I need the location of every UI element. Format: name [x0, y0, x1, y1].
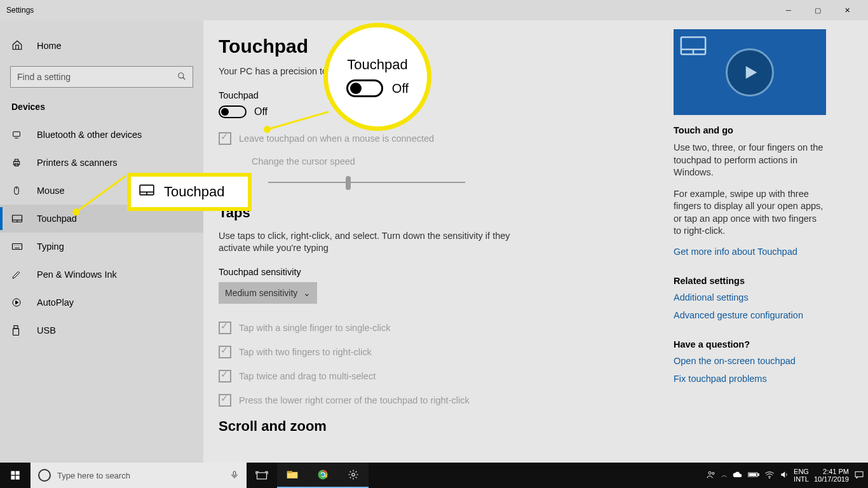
onedrive-icon[interactable]	[733, 471, 743, 480]
taskbar-search[interactable]: Type here to search	[31, 463, 247, 488]
leave-touchpad-label: Leave touchpad on when a mouse is connec…	[239, 133, 434, 144]
svg-rect-29	[749, 474, 756, 476]
find-setting-input[interactable]: Find a setting	[10, 66, 193, 88]
sensitivity-label: Touchpad sensitivity	[219, 267, 648, 277]
tap-opt-label: Tap twice and drag to multi-select	[239, 371, 376, 381]
battery-icon[interactable]	[748, 471, 759, 479]
minimize-button[interactable]: ─	[774, 0, 803, 20]
touchpad-toggle-state: Off	[254, 106, 268, 118]
tap-opt-label: Press the lower right corner of the touc…	[239, 395, 470, 405]
cortana-icon	[38, 469, 51, 482]
sensitivity-value: Medium sensitivity	[225, 288, 297, 298]
window-title-bar: Settings ─ ▢ ✕	[0, 0, 868, 20]
action-center-icon[interactable]	[854, 470, 864, 480]
category-header: Devices	[0, 102, 203, 112]
chevron-up-icon[interactable]: ︿	[721, 471, 728, 480]
tap-opt-label: Tap with a single finger to single-click	[239, 323, 391, 333]
taps-heading: Taps	[219, 205, 648, 221]
touch-para2: For example, swipe up with three fingers…	[674, 188, 826, 238]
sidebar-item-usb[interactable]: USB	[0, 316, 203, 344]
checkbox-icon	[219, 394, 231, 407]
checkbox-icon	[219, 346, 231, 358]
svg-rect-15	[11, 476, 15, 480]
svg-rect-3	[15, 159, 18, 161]
play-icon	[726, 48, 774, 97]
people-icon[interactable]	[706, 470, 716, 481]
search-icon	[177, 72, 186, 83]
lang-line2: INTL	[794, 475, 809, 483]
svg-rect-16	[16, 476, 20, 480]
touchpad-tile-icon	[679, 34, 708, 60]
touch-and-go-heading: Touch and go	[674, 125, 826, 135]
fix-touchpad-link[interactable]: Fix touchpad problems	[674, 374, 826, 384]
sidebar-item-label: Touchpad	[37, 214, 77, 224]
start-button[interactable]	[0, 463, 31, 488]
right-panel: Touch and go Use two, three, or four fin…	[674, 20, 839, 463]
svg-point-25	[709, 471, 711, 474]
sidebar-item-bluetooth[interactable]: Bluetooth & other devices	[0, 121, 203, 149]
leave-touchpad-checkbox-row[interactable]: Leave touchpad on when a mouse is connec…	[219, 132, 648, 145]
home-button[interactable]: Home	[0, 33, 203, 58]
sidebar-item-touchpad[interactable]: Touchpad	[0, 205, 203, 233]
sidebar-item-label: Mouse	[37, 186, 65, 196]
wifi-icon[interactable]	[764, 471, 775, 480]
close-button[interactable]: ✕	[832, 0, 862, 20]
home-label: Home	[37, 41, 62, 51]
svg-rect-20	[287, 471, 292, 473]
sidebar: Home Find a setting Devices Bluetooth & …	[0, 20, 203, 463]
svg-point-24	[352, 473, 355, 477]
svg-rect-13	[11, 471, 15, 475]
more-info-link[interactable]: Get more info about Touchpad	[674, 247, 826, 257]
cursor-speed-slider[interactable]	[268, 174, 465, 189]
svg-rect-17	[233, 471, 236, 475]
printer-icon	[11, 158, 24, 168]
additional-settings-link[interactable]: Additional settings	[674, 292, 826, 302]
sidebar-item-label: AutoPlay	[37, 297, 74, 308]
svg-rect-18	[257, 473, 267, 479]
chrome-button[interactable]	[308, 463, 338, 488]
touchpad-icon	[11, 214, 24, 223]
tap-single-click-checkbox[interactable]: Tap with a single finger to single-click	[219, 322, 648, 334]
video-tile[interactable]	[674, 29, 826, 115]
touchpad-toggle-label: Touchpad	[219, 90, 648, 100]
system-tray[interactable]: ︿ ENG INTL 2:41 PM 10/17/2019	[706, 463, 868, 488]
touchpad-toggle[interactable]	[219, 105, 247, 118]
bluetooth-icon	[11, 130, 24, 140]
tap-opt-label: Tap with two fingers to right-click	[239, 347, 372, 357]
clock[interactable]: 2:41 PM 10/17/2019	[814, 468, 849, 483]
settings-taskbar-button[interactable]	[338, 463, 369, 488]
checkbox-icon	[219, 322, 231, 334]
svg-rect-1	[13, 132, 20, 136]
tap-right-click-checkbox[interactable]: Tap with two fingers to right-click	[219, 346, 648, 358]
tap-multi-select-checkbox[interactable]: Tap twice and drag to multi-select	[219, 370, 648, 383]
scroll-zoom-heading: Scroll and zoom	[219, 418, 648, 435]
task-view-button[interactable]	[247, 463, 277, 488]
language-indicator[interactable]: ENG INTL	[794, 468, 809, 483]
onscreen-touchpad-link[interactable]: Open the on-screen touchpad	[674, 356, 826, 366]
svg-rect-31	[855, 471, 863, 477]
sensitivity-dropdown[interactable]: Medium sensitivity ⌄	[219, 282, 317, 304]
checkbox-icon	[219, 370, 231, 383]
svg-rect-28	[758, 474, 759, 476]
gesture-config-link[interactable]: Advanced gesture configuration	[674, 310, 826, 320]
home-icon	[11, 39, 24, 53]
checkbox-icon	[219, 132, 231, 145]
sidebar-item-typing[interactable]: Typing	[0, 233, 203, 261]
maximize-button[interactable]: ▢	[803, 0, 832, 20]
svg-point-0	[179, 72, 184, 78]
svg-point-30	[769, 478, 770, 478]
sidebar-item-pen[interactable]: Pen & Windows Ink	[0, 261, 203, 288]
tap-corner-checkbox[interactable]: Press the lower right corner of the touc…	[219, 394, 648, 407]
sidebar-item-autoplay[interactable]: AutoPlay	[0, 288, 203, 316]
volume-icon[interactable]	[780, 470, 789, 480]
sidebar-item-printers[interactable]: Printers & scanners	[0, 149, 203, 177]
svg-rect-14	[16, 471, 20, 475]
taps-description: Use taps to click, right-click, and sele…	[219, 230, 511, 254]
related-settings-heading: Related settings	[674, 276, 826, 286]
sidebar-item-mouse[interactable]: Mouse	[0, 177, 203, 205]
svg-rect-9	[14, 326, 18, 329]
mouse-icon	[11, 186, 24, 196]
file-explorer-button[interactable]	[277, 463, 308, 488]
sidebar-item-label: Pen & Windows Ink	[37, 269, 117, 280]
date-text: 10/17/2019	[814, 475, 849, 483]
